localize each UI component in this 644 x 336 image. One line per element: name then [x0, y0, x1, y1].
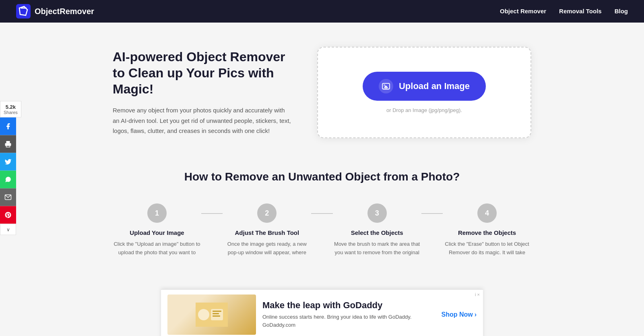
- hero-text: AI-powered Object Remover to Clean up Yo…: [113, 49, 293, 136]
- step-4-circle: 4: [477, 203, 497, 223]
- step-3-title: Select the Objects: [351, 229, 403, 236]
- ad-banner: i × Make the leap with GoDaddy Online su…: [161, 289, 483, 336]
- step-1: 1 Upload Your Image Click the "Upload an…: [113, 203, 201, 257]
- whatsapp-icon: [4, 176, 12, 183]
- step-4-title: Remove the Objects: [458, 229, 516, 236]
- chevron-right-icon: ›: [475, 311, 477, 318]
- nav-blog[interactable]: Blog: [615, 8, 628, 15]
- connector-1-2: [201, 213, 223, 214]
- step-2-title: Adjust The Brush Tool: [235, 229, 299, 236]
- connector-3-4: [421, 213, 443, 214]
- connector-2-3: [311, 213, 332, 214]
- share-count: 5.2k Shares: [0, 101, 21, 118]
- navbar: ObjectRemover Object Remover Removal Too…: [0, 0, 644, 23]
- step-3: 3 Select the Objects Move the brush to m…: [333, 203, 421, 257]
- ad-image: [167, 295, 256, 335]
- step-4: 4 Remove the Objects Click the "Erase" b…: [443, 203, 531, 257]
- steps-container: 1 Upload Your Image Click the "Upload an…: [113, 203, 531, 257]
- svg-point-6: [198, 309, 209, 320]
- twitter-icon: [4, 158, 12, 166]
- facebook-icon: [4, 123, 12, 130]
- sidebar-collapse-button[interactable]: ∨: [0, 224, 16, 235]
- main-content: AI-powered Object Remover to Clean up Yo…: [80, 23, 564, 289]
- whatsapp-share-button[interactable]: [0, 171, 16, 189]
- email-icon: [4, 194, 12, 201]
- ad-cta-button[interactable]: Shop Now ›: [441, 311, 477, 318]
- nav-removal-tools[interactable]: Removal Tools: [559, 8, 602, 15]
- step-1-desc: Click the "Upload an image" button to up…: [113, 240, 201, 257]
- logo-icon: [16, 4, 31, 19]
- ad-image-icon: [196, 303, 228, 327]
- ad-controls: i ×: [475, 292, 480, 297]
- print-icon: [4, 141, 12, 148]
- svg-rect-10: [213, 315, 220, 317]
- facebook-share-button[interactable]: [0, 118, 16, 135]
- step-3-circle: 3: [367, 203, 387, 223]
- nav-links: Object Remover Removal Tools Blog: [500, 8, 628, 15]
- pinterest-share-button[interactable]: [0, 206, 16, 224]
- how-to-section: How to Remove an Unwanted Object from a …: [113, 162, 531, 273]
- ad-content: Make the leap with GoDaddy Online succes…: [262, 300, 435, 329]
- hero-description: Remove any object from your photos quick…: [113, 105, 293, 136]
- twitter-share-button[interactable]: [0, 153, 16, 171]
- how-to-title: How to Remove an Unwanted Object from a …: [113, 170, 531, 183]
- print-button[interactable]: [0, 135, 16, 153]
- pinterest-icon: [4, 212, 12, 219]
- step-2-circle: 2: [257, 203, 277, 223]
- svg-rect-8: [213, 311, 221, 312]
- step-4-desc: Click the "Erase" button to let Object R…: [443, 240, 531, 257]
- step-3-desc: Move the brush to mark the area that you…: [333, 240, 421, 257]
- drop-hint: or Drop an Image (jpg/png/jpeg).: [386, 107, 462, 113]
- nav-object-remover[interactable]: Object Remover: [500, 8, 546, 15]
- social-sidebar: 5.2k Shares ∨: [0, 101, 21, 235]
- step-2: 2 Adjust The Brush Tool Once the image g…: [223, 203, 311, 257]
- email-share-button[interactable]: [0, 189, 16, 206]
- ad-description: Online success starts here. Bring your i…: [262, 313, 435, 329]
- ad-badge[interactable]: i ×: [475, 292, 480, 297]
- step-1-circle: 1: [147, 203, 167, 223]
- hero-section: AI-powered Object Remover to Clean up Yo…: [113, 47, 531, 138]
- step-2-desc: Once the image gets ready, a new pop-up …: [223, 240, 311, 257]
- upload-drop-zone[interactable]: Upload an Image or Drop an Image (jpg/pn…: [317, 47, 531, 138]
- upload-image-button[interactable]: Upload an Image: [363, 72, 486, 101]
- step-1-title: Upload Your Image: [130, 229, 184, 236]
- ad-title: Make the leap with GoDaddy: [262, 300, 435, 311]
- hero-title: AI-powered Object Remover to Clean up Yo…: [113, 49, 293, 97]
- logo[interactable]: ObjectRemover: [16, 4, 94, 19]
- svg-rect-9: [213, 313, 219, 314]
- upload-icon: [379, 79, 393, 93]
